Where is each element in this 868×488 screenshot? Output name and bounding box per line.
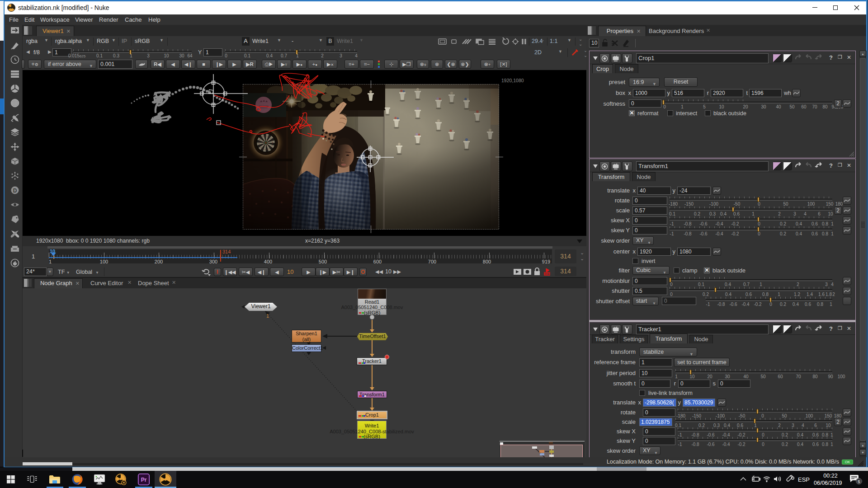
- svg-text:D: D: [13, 188, 17, 194]
- svg-text:Pr: Pr: [141, 477, 147, 483]
- svg-text:5: 5: [858, 479, 860, 484]
- svg-text:1920,1080: 1920,1080: [501, 78, 524, 83]
- svg-text:1: 1: [266, 313, 269, 319]
